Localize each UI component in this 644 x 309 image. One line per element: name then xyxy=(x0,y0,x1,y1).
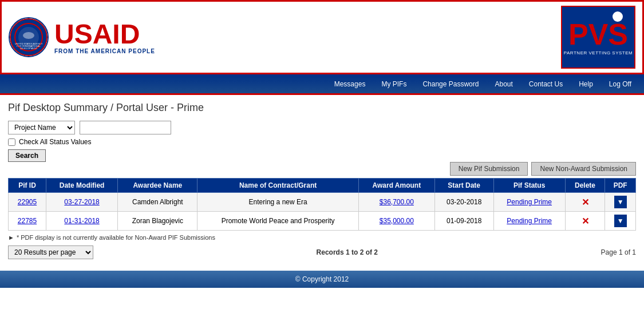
usaid-brand: USAID FROM THE AMERICAN PEOPLE xyxy=(54,21,155,54)
col-start-date: Start Date xyxy=(434,179,493,193)
col-award-amount: Award Amount xyxy=(358,179,434,193)
usaid-tagline: FROM THE AMERICAN PEOPLE xyxy=(54,48,155,54)
cell-awardee-name: Camden Albright xyxy=(118,193,197,212)
col-contract-grant: Name of Contract/Grant xyxy=(197,179,358,193)
cell-date-modified: 01-31-2018 xyxy=(46,212,117,231)
page-header: UNITED STATES AGENCY FOR INTERNATIONAL D… xyxy=(0,0,644,74)
cell-start-date: 03-20-2018 xyxy=(434,193,493,212)
pvs-initials: PVS xyxy=(568,19,628,49)
cell-pif-status: Pending Prime xyxy=(493,212,565,231)
data-table: Pif ID Date Modified Awardee Name Name o… xyxy=(8,178,636,231)
cell-delete: ✕ xyxy=(565,212,605,231)
status-link[interactable]: Pending Prime xyxy=(507,217,552,225)
svg-point-2 xyxy=(23,32,34,39)
logo-area: UNITED STATES AGENCY FOR INTERNATIONAL D… xyxy=(9,17,155,57)
nav-contact-us[interactable]: Contact Us xyxy=(521,76,571,93)
cell-pif-status: Pending Prime xyxy=(493,193,565,212)
pagination-row: 20 Results per page 50 Results per page … xyxy=(8,245,636,259)
table-actions: New Pif Submission New Non-Award Submiss… xyxy=(8,162,636,176)
cell-date-modified: 03-27-2018 xyxy=(46,193,117,212)
filter-input[interactable] xyxy=(80,121,171,134)
table-row: 22905 03-27-2018 Camden Albright Enterin… xyxy=(9,193,636,212)
new-non-award-submission-button[interactable]: New Non-Award Submission xyxy=(531,162,636,176)
cell-contract-grant: Promote World Peace and Prosperity xyxy=(197,212,358,231)
pif-id-link[interactable]: 22785 xyxy=(18,217,37,225)
cell-delete: ✕ xyxy=(565,193,605,212)
page-title: Pif Desktop Summary / Portal User - Prim… xyxy=(8,102,636,114)
navigation-bar: Messages My PIFs Change Password About C… xyxy=(0,74,644,95)
delete-button[interactable]: ✕ xyxy=(582,197,589,207)
note-row: ► * PDF display is not currently availab… xyxy=(8,234,636,241)
usaid-name: USAID xyxy=(54,21,155,48)
pdf-dropdown-button[interactable]: ▼ xyxy=(614,215,627,227)
pvs-logo: PVS PARTNER VETTING SYSTEM xyxy=(561,6,635,69)
page-info: Page 1 of 1 xyxy=(601,248,636,256)
cell-awardee-name: Zoran Blagojevic xyxy=(118,212,197,231)
pvs-dot xyxy=(613,11,623,22)
col-pdf: PDF xyxy=(605,179,636,193)
check-all-label: Check All Status Values xyxy=(19,138,92,146)
search-button[interactable]: Search xyxy=(8,149,46,162)
filter-row: Project Name Awardee Name PIF ID xyxy=(8,121,636,134)
nav-items: Messages My PIFs Change Password About C… xyxy=(326,76,639,93)
date-link[interactable]: 01-31-2018 xyxy=(64,217,99,225)
pvs-full-name: PARTNER VETTING SYSTEM xyxy=(564,50,633,56)
filter-dropdown[interactable]: Project Name Awardee Name PIF ID xyxy=(8,121,75,134)
nav-about[interactable]: About xyxy=(487,76,520,93)
amount-link[interactable]: $35,000.00 xyxy=(380,217,414,225)
cell-contract-grant: Entering a new Era xyxy=(197,193,358,212)
nav-my-pifs[interactable]: My PIFs xyxy=(373,76,414,93)
col-pif-id: Pif ID xyxy=(9,179,46,193)
col-pif-status: Pif Status xyxy=(493,179,565,193)
pif-id-link[interactable]: 22905 xyxy=(18,198,37,206)
copyright-text: © Copyright 2012 xyxy=(295,275,349,283)
col-awardee-name: Awardee Name xyxy=(118,179,197,193)
cell-pif-id: 22785 xyxy=(9,212,46,231)
pdf-dropdown-button[interactable]: ▼ xyxy=(614,196,627,208)
col-date-modified: Date Modified xyxy=(46,179,117,193)
note-text: * PDF display is not currently available… xyxy=(17,234,215,241)
usaid-seal: UNITED STATES AGENCY FOR INTERNATIONAL D… xyxy=(9,17,49,57)
nav-log-off[interactable]: Log Off xyxy=(601,76,639,93)
page-content: Pif Desktop Summary / Portal User - Prim… xyxy=(0,95,644,266)
nav-messages[interactable]: Messages xyxy=(326,76,374,93)
cell-award-amount: $36,700.00 xyxy=(358,193,434,212)
records-info: Records 1 to 2 of 2 xyxy=(317,248,378,256)
table-row: 22785 01-31-2018 Zoran Blagojevic Promot… xyxy=(9,212,636,231)
nav-change-password[interactable]: Change Password xyxy=(414,76,487,93)
results-per-page-select[interactable]: 20 Results per page 50 Results per page … xyxy=(8,245,93,259)
cell-pif-id: 22905 xyxy=(9,193,46,212)
new-pif-submission-button[interactable]: New Pif Submission xyxy=(450,162,528,176)
svg-text:DEVELOPMENT: DEVELOPMENT xyxy=(20,47,38,50)
cell-pdf: ▼ xyxy=(605,193,636,212)
nav-help[interactable]: Help xyxy=(571,76,601,93)
cell-award-amount: $35,000.00 xyxy=(358,212,434,231)
cell-pdf: ▼ xyxy=(605,212,636,231)
date-link[interactable]: 03-27-2018 xyxy=(64,198,99,206)
check-all-status[interactable] xyxy=(8,138,15,146)
delete-button[interactable]: ✕ xyxy=(582,216,589,226)
check-all-row: Check All Status Values xyxy=(8,138,636,146)
status-link[interactable]: Pending Prime xyxy=(507,198,552,206)
amount-link[interactable]: $36,700.00 xyxy=(380,198,414,206)
page-footer: © Copyright 2012 xyxy=(0,271,644,288)
col-delete: Delete xyxy=(565,179,605,193)
cell-start-date: 01-09-2018 xyxy=(434,212,493,231)
arrow-icon: ► xyxy=(8,234,14,241)
